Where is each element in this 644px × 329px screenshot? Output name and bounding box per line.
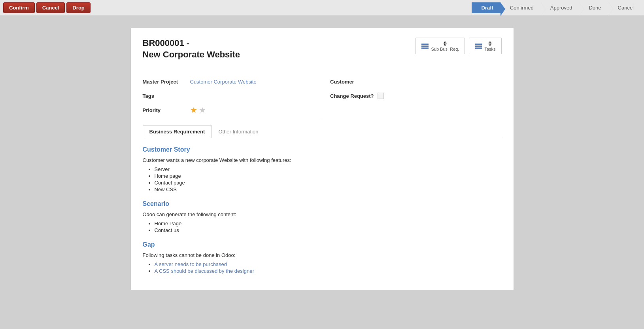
list-item: Contact page [155,180,502,186]
list-item: Contact us [155,227,502,233]
sub-bus-req-button[interactable]: 0 Sub Bus. Req. [415,38,465,54]
page-content: BR000001 - New Corporate Website 0 Sub B… [0,16,644,302]
customer-story-intro: Customer wants a new corporate Website w… [143,157,502,163]
list-item: A CSS should be discussed by the designe… [155,268,502,274]
scenario-intro: Odoo can generate the following content: [143,211,502,217]
change-request-label: Change Request? [330,93,378,99]
field-grid: Master Project Customer Corporate Websit… [143,76,502,119]
change-request-row: Change Request? [330,90,502,101]
customer-story-title: Customer Story [143,146,502,153]
customer-story-list: Server Home page Contact page New CSS [143,166,502,192]
status-step-cancel[interactable]: Cancel [608,2,641,13]
master-project-label: Master Project [143,79,190,85]
list-item: A server needs to be purchased [155,261,502,267]
list-item: New CSS [155,186,502,192]
smart-buttons: 0 Sub Bus. Req. 0 Tasks [415,38,501,54]
change-request-checkbox[interactable] [378,93,384,99]
field-col-left: Master Project Customer Corporate Websit… [143,76,322,119]
status-step-confirmed[interactable]: Confirmed [500,2,541,13]
master-project-value[interactable]: Customer Corporate Website [190,79,257,85]
field-col-right: Customer Change Request? [322,76,502,119]
priority-stars: ★ ★ [190,105,206,115]
status-step-draft[interactable]: Draft [472,2,500,13]
scenario-title: Scenario [143,200,502,207]
list-item: Home page [155,173,502,179]
star-1[interactable]: ★ [190,105,197,115]
list-item: Home Page [155,221,502,226]
priority-label: Priority [143,107,190,113]
priority-row: Priority ★ ★ [143,105,314,116]
cancel-button[interactable]: Cancel [36,2,65,13]
tags-label: Tags [143,93,190,99]
tags-row: Tags [143,90,314,101]
customer-label: Customer [330,79,378,85]
gap-intro: Following tasks cannot be done in Odoo: [143,252,502,258]
toolbar: Confirm Cancel Drop Draft Confirmed Appr… [0,0,644,16]
status-step-approved[interactable]: Approved [541,2,580,13]
tab-content-business-requirement: Customer Story Customer wants a new corp… [143,146,502,274]
gap-item-2[interactable]: A CSS should be discussed by the designe… [155,268,254,274]
tabs: Business Requirement Other Information [143,125,502,138]
tasks-button[interactable]: 0 Tasks [469,38,501,54]
tab-business-requirement[interactable]: Business Requirement [143,125,212,138]
customer-row: Customer [330,76,502,87]
status-bar: Draft Confirmed Approved Done Cancel [472,2,641,13]
gap-item-1[interactable]: A server needs to be purchased [155,261,227,267]
list-item: Server [155,166,502,172]
tasks-icon [475,44,482,49]
scenario-list: Home Page Contact us [143,221,502,233]
master-project-row: Master Project Customer Corporate Websit… [143,76,314,87]
sub-bus-req-icon [421,44,429,49]
star-2[interactable]: ★ [199,105,206,115]
form-card: BR000001 - New Corporate Website 0 Sub B… [130,28,514,290]
form-title: BR000001 - New Corporate Website [143,38,240,60]
gap-title: Gap [143,241,502,248]
tab-other-information[interactable]: Other Information [212,125,265,138]
gap-list: A server needs to be purchased A CSS sho… [143,261,502,274]
drop-button[interactable]: Drop [66,2,90,13]
confirm-button[interactable]: Confirm [3,2,35,13]
